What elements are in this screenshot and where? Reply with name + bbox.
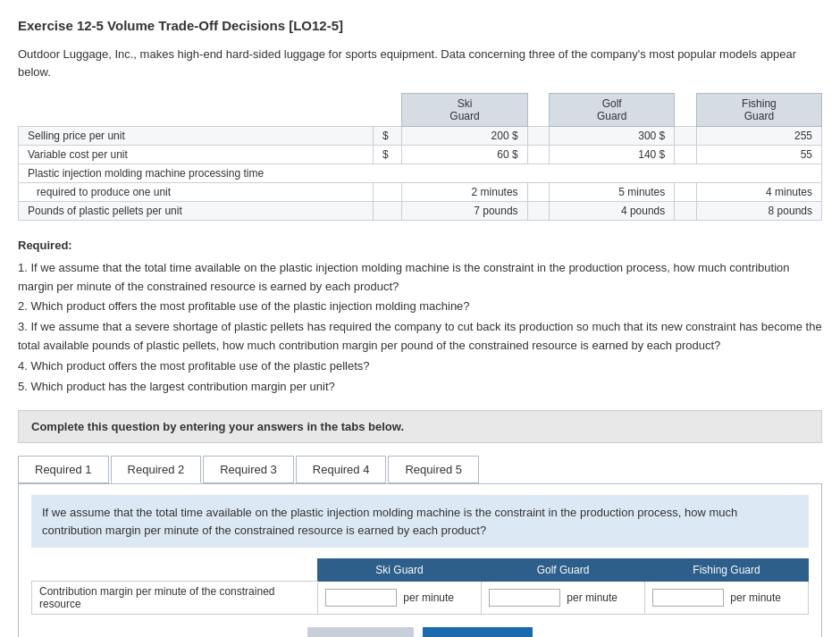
complete-box: Complete this question by entering your … bbox=[18, 410, 822, 443]
page-title: Exercise 12-5 Volume Trade-Off Decisions… bbox=[18, 18, 822, 33]
tab-required-3[interactable]: Required 3 bbox=[203, 456, 294, 483]
fishing-guard-input-cell: per minute bbox=[645, 582, 809, 615]
nav-buttons: < Required 1 Required 2 > bbox=[31, 627, 809, 637]
tab-required-4[interactable]: Required 4 bbox=[296, 456, 387, 483]
row-label-pounds: Pounds of plastic pellets per unit bbox=[19, 202, 374, 221]
row-label-plastic-molding: Plastic injection molding machine proces… bbox=[19, 164, 822, 183]
row-label-required-produce: required to produce one unit bbox=[19, 183, 374, 202]
required-item-5: 5. Which product has the largest contrib… bbox=[18, 378, 822, 397]
prev-button[interactable]: < Required 1 bbox=[307, 627, 414, 637]
row-label-selling: Selling price per unit bbox=[19, 127, 374, 146]
required-item-2: 2. Which product offers the most profita… bbox=[18, 298, 822, 316]
col-golf-guard: GolfGuard bbox=[550, 94, 675, 127]
tab-content: If we assume that the total time availab… bbox=[18, 483, 822, 637]
col-fishing-guard: FishingGuard bbox=[696, 94, 821, 127]
tab-required-5[interactable]: Required 5 bbox=[388, 456, 479, 483]
tabs-container: Required 1 Required 2 Required 3 Require… bbox=[18, 456, 822, 483]
answer-col-ski: Ski Guard bbox=[318, 559, 482, 582]
ski-unit-label: per minute bbox=[399, 591, 454, 604]
row-label-variable: Variable cost per unit bbox=[19, 146, 374, 164]
golf-guard-input-cell: per minute bbox=[482, 582, 645, 615]
ski-guard-input[interactable] bbox=[325, 589, 397, 607]
required-item-3: 3. If we assume that a severe shortage o… bbox=[18, 318, 822, 356]
fishing-unit-label: per minute bbox=[727, 591, 781, 604]
next-button[interactable]: Required 2 > bbox=[423, 627, 532, 637]
data-table: SkiGuard GolfGuard FishingGuard Selling … bbox=[18, 93, 822, 221]
tab-question-text: If we assume that the total time availab… bbox=[31, 495, 809, 548]
fishing-guard-input[interactable] bbox=[652, 589, 724, 607]
required-item-1: 1. If we assume that the total time avai… bbox=[18, 259, 822, 297]
golf-guard-input[interactable] bbox=[489, 589, 560, 607]
ski-guard-input-cell: per minute bbox=[318, 582, 482, 615]
required-title: Required: bbox=[18, 237, 822, 256]
tab-required-1[interactable]: Required 1 bbox=[18, 456, 109, 483]
answer-row-label: Contribution margin per minute of the co… bbox=[32, 582, 318, 615]
tab-required-2[interactable]: Required 2 bbox=[111, 456, 202, 483]
answer-col-golf: Golf Guard bbox=[482, 559, 645, 582]
answer-col-fishing: Fishing Guard bbox=[645, 559, 809, 582]
required-section: Required: 1. If we assume that the total… bbox=[18, 237, 822, 396]
answer-table: Ski Guard Golf Guard Fishing Guard Contr… bbox=[31, 558, 809, 615]
golf-unit-label: per minute bbox=[563, 591, 617, 604]
required-item-4: 4. Which product offers the most profita… bbox=[18, 357, 822, 376]
intro-text: Outdoor Luggage, Inc., makes high-end ha… bbox=[18, 46, 822, 80]
col-ski-guard: SkiGuard bbox=[402, 94, 527, 127]
